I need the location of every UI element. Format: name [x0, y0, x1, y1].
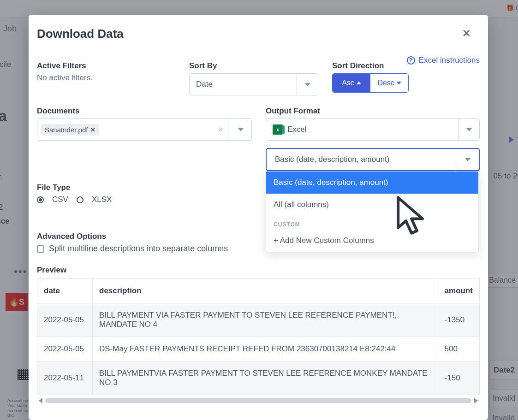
- preview-table: date description amount 2022-05-05 BILL …: [37, 278, 480, 395]
- documents-label: Documents: [37, 106, 252, 116]
- dropdown-option-addnew[interactable]: + Add New Custom Columns: [266, 230, 478, 252]
- dropdown-option-all[interactable]: All (all columns): [266, 194, 478, 216]
- radio-csv[interactable]: [37, 196, 44, 203]
- table-row: 2022-05-05 BILL PAYMENT VIA FASTER PAYME…: [37, 303, 480, 337]
- radio-csv-label: CSV: [52, 195, 68, 204]
- split-checkbox-label: Split multiline descriptions into separa…: [49, 244, 228, 254]
- scroll-right-icon[interactable]: [474, 398, 478, 403]
- arrow-down-icon: [397, 82, 401, 84]
- modal-title: Download Data: [37, 27, 124, 41]
- close-button[interactable]: ✕: [458, 26, 474, 41]
- help-icon: ?: [407, 56, 415, 65]
- horizontal-scrollbar[interactable]: [37, 397, 480, 403]
- dropdown-option-basic[interactable]: Basic (date, description, amount): [266, 172, 478, 194]
- no-filters-text: No active filters.: [37, 73, 175, 83]
- clear-all-icon[interactable]: ×: [214, 119, 228, 140]
- chip-remove-icon[interactable]: ✕: [90, 126, 95, 133]
- cursor-icon: [394, 195, 429, 242]
- chevron-down-icon: [238, 128, 244, 131]
- desc-button[interactable]: Desc: [370, 74, 408, 92]
- sortby-label: Sort By: [189, 61, 318, 71]
- format-select[interactable]: Basic (date, description, amount): [266, 148, 480, 171]
- outputformat-select[interactable]: x Excel: [266, 118, 480, 141]
- preview-label: Preview: [37, 266, 480, 275]
- sortdir-toggle: Asc Desc: [332, 73, 409, 93]
- outputformat-label: Output Format: [266, 106, 480, 116]
- radio-xlsx-label: XLSX: [92, 195, 112, 204]
- active-filters-label: Active Filters: [37, 61, 175, 71]
- format-dropdown: Basic (date, description, amount) All (a…: [266, 171, 479, 252]
- table-row: 2022-05-05 DS-May FASTER PAYMENTS RECEIP…: [37, 337, 480, 361]
- excel-icon: x: [273, 124, 283, 135]
- excel-instructions-link[interactable]: ? Excel instructions: [407, 56, 480, 65]
- document-chip: Sanatnder.pdf ✕: [41, 124, 99, 136]
- chevron-down-icon: [466, 128, 472, 131]
- arrow-up-icon: [357, 82, 361, 84]
- documents-select[interactable]: Sanatnder.pdf ✕ ×: [37, 118, 252, 141]
- dropdown-heading-custom: CUSTOM: [266, 216, 478, 230]
- th-date: date: [37, 279, 93, 303]
- th-description: description: [93, 279, 438, 303]
- radio-xlsx[interactable]: [77, 196, 83, 203]
- table-row: 2022-05-11 BILL PAYMENTVIA FASTER PAYMEN…: [37, 361, 480, 395]
- th-amount: amount: [438, 279, 479, 303]
- chevron-down-icon: [465, 158, 470, 161]
- scroll-left-icon[interactable]: [39, 398, 42, 403]
- chevron-down-icon: [305, 83, 310, 86]
- sortby-select[interactable]: Date: [189, 73, 318, 95]
- asc-button[interactable]: Asc: [333, 74, 370, 92]
- split-checkbox[interactable]: [37, 245, 44, 253]
